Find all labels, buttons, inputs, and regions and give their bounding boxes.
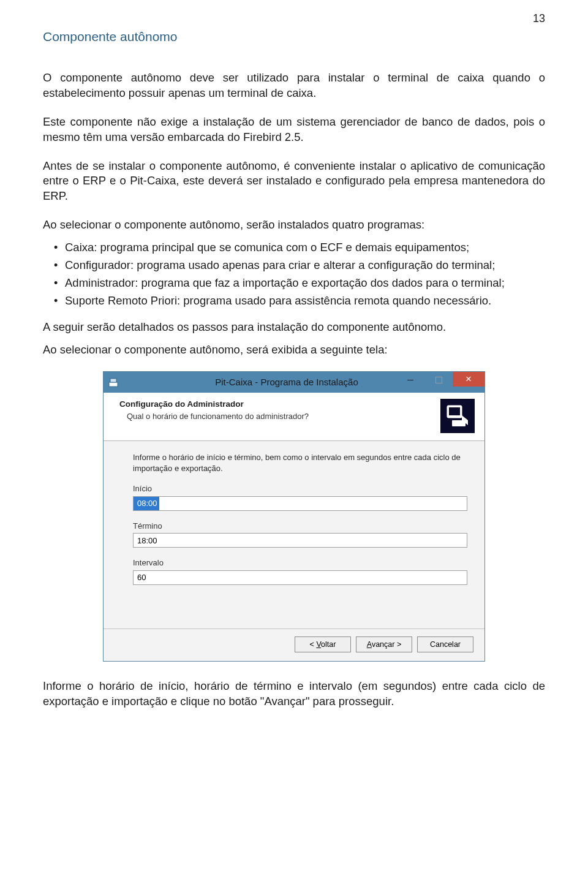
dialog-header: Configuração do Administrador Qual o hor… [104,393,484,441]
paragraph-6: Ao selecionar o componente autônomo, ser… [43,342,545,358]
svg-rect-1 [110,379,116,382]
back-button[interactable]: < Voltar [295,636,351,652]
inicio-label: Início [133,483,467,494]
computer-icon [440,399,475,433]
close-button[interactable]: × [453,372,484,387]
page-number: 13 [43,11,545,26]
svg-rect-4 [449,407,460,415]
paragraph-7: Informe o horário de início, horário de … [43,679,545,709]
svg-rect-2 [435,377,442,383]
inicio-input[interactable] [133,496,467,511]
minimize-button[interactable]: ─ [396,372,424,388]
list-item: Caixa: programa principal que se comunic… [43,240,545,255]
list-item: Suporte Remoto Priori: programa usado pa… [43,293,545,309]
section-heading: Componente autônomo [43,28,545,45]
termino-input[interactable] [133,533,467,548]
intervalo-input[interactable] [133,570,467,585]
dialog-header-subtitle: Qual o horário de funcionamento do admin… [119,411,435,422]
next-button[interactable]: Avançar > [356,636,412,652]
list-item: Administrador: programa que faz a import… [43,276,545,291]
svg-rect-0 [109,382,118,387]
paragraph-3: Antes de se instalar o componente autôno… [43,159,545,205]
maximize-button[interactable] [424,372,453,388]
titlebar[interactable]: Pit-Caixa - Programa de Instalação ─ × [104,372,484,393]
installer-dialog: Pit-Caixa - Programa de Instalação ─ × C… [103,371,485,662]
paragraph-5: A seguir serão detalhados os passos para… [43,320,545,335]
dialog-header-title: Configuração do Administrador [119,399,435,410]
paragraph-1: O componente autônomo deve ser utilizado… [43,70,545,101]
instruction-text: Informe o horário de início e término, b… [133,452,467,474]
termino-label: Término [133,521,467,532]
installer-icon [107,377,119,388]
list-item: Configurador: programa usado apenas para… [43,258,545,273]
cancel-button[interactable]: Cancelar [417,636,473,652]
intervalo-label: Intervalo [133,557,467,568]
program-list: Caixa: programa principal que se comunic… [43,240,545,309]
paragraph-4: Ao selecionar o componente autônomo, ser… [43,217,545,233]
paragraph-2: Este componente não exige a instalação d… [43,115,545,145]
